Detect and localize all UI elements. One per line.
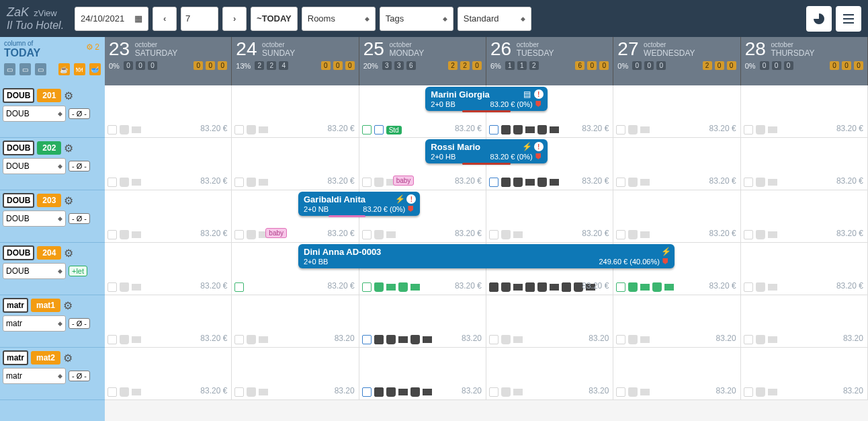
clean-icon[interactable] (756, 125, 765, 135)
clean-icon[interactable] (398, 282, 408, 292)
calendar-cell[interactable]: 83.20 (232, 295, 359, 348)
note-icon[interactable] (744, 387, 753, 397)
calendar-cell[interactable]: 83.20 (232, 348, 359, 400)
calendar-cell[interactable]: 83.20 € (741, 243, 868, 295)
clean-icon[interactable] (756, 335, 765, 344)
clean-icon[interactable] (756, 282, 765, 292)
laundry-icon[interactable] (398, 389, 408, 395)
note-icon[interactable] (107, 178, 117, 187)
laundry-icon[interactable] (640, 389, 650, 395)
note-icon[interactable] (107, 282, 117, 292)
clean-icon[interactable] (410, 387, 420, 397)
laundry-icon[interactable] (640, 126, 650, 133)
clean-icon[interactable] (247, 178, 256, 187)
note-icon[interactable] (744, 335, 753, 344)
rooms-select[interactable]: Rooms◆ (302, 7, 376, 31)
note-icon[interactable] (234, 387, 244, 397)
tags-select[interactable]: Tags◆ (380, 7, 453, 31)
note-icon[interactable] (616, 125, 625, 135)
tool-icon[interactable]: ▭ (35, 63, 46, 75)
tool-icon[interactable]: ☕ (58, 63, 70, 75)
note-icon[interactable] (525, 282, 535, 292)
clean-icon[interactable] (628, 387, 638, 397)
room-type-select[interactable]: DOUB◆ (3, 106, 66, 122)
laundry-icon[interactable] (132, 179, 141, 186)
clean-icon[interactable] (247, 335, 256, 344)
calendar-cell[interactable]: 83.20 (359, 348, 486, 400)
note-icon[interactable] (616, 178, 625, 187)
note-icon[interactable] (744, 230, 753, 239)
stats-button[interactable] (806, 6, 832, 32)
clean-icon[interactable] (501, 282, 511, 292)
laundry-icon[interactable] (525, 126, 535, 133)
note-icon[interactable] (362, 125, 372, 135)
calendar-cell[interactable]: 83.20 (741, 295, 868, 348)
laundry-icon[interactable] (768, 231, 777, 238)
room-number[interactable]: 203 (37, 194, 61, 207)
prev-button[interactable]: ‹ (153, 7, 177, 31)
date-picker[interactable]: 24/10/2021 ▦ (75, 7, 148, 31)
calendar-cell[interactable]: 83.20 (613, 348, 740, 400)
day-header[interactable]: 24 octoberSUNDAY 13% 224 000 (232, 37, 359, 85)
laundry-icon[interactable] (640, 284, 650, 291)
day-header[interactable]: 28 octoberTHURSDAY 0% 000 000 (741, 37, 868, 85)
room-type-select[interactable]: DOUB◆ (3, 210, 66, 227)
laundry-icon[interactable] (768, 389, 777, 395)
calendar-cell[interactable]: 83.20 € (105, 243, 232, 295)
clean-icon[interactable] (756, 230, 765, 239)
note-icon[interactable] (362, 335, 372, 344)
note-icon[interactable] (362, 282, 372, 292)
clean-icon[interactable] (374, 178, 384, 187)
laundry-icon[interactable] (768, 126, 777, 133)
laundry-icon[interactable] (259, 389, 268, 395)
laundry-icon[interactable] (550, 179, 559, 186)
laundry-icon[interactable] (386, 284, 396, 291)
note-icon[interactable] (489, 387, 498, 397)
laundry-icon[interactable] (398, 336, 408, 343)
days-input[interactable] (181, 7, 218, 31)
clean-icon[interactable] (537, 125, 547, 135)
note-icon[interactable] (562, 282, 571, 292)
clean-icon[interactable] (513, 178, 523, 187)
tool-icon[interactable]: ▭ (19, 63, 31, 75)
note-icon[interactable] (489, 282, 498, 292)
calendar-cell[interactable]: 83.20 € (741, 138, 868, 190)
extra-badge[interactable]: - Ø - (69, 371, 90, 381)
tool-icon[interactable]: 🥣 (89, 63, 101, 75)
today-button[interactable]: ~TODAY (251, 7, 298, 31)
clean-icon[interactable] (410, 335, 420, 344)
note-icon[interactable] (234, 335, 244, 344)
clean-icon[interactable] (501, 335, 511, 344)
clean-icon[interactable] (386, 335, 396, 344)
standard-select[interactable]: Standard◆ (458, 7, 531, 31)
extra-badge[interactable]: - Ø - (69, 213, 90, 224)
clean-icon[interactable] (386, 387, 396, 397)
room-number[interactable]: mat2 (31, 351, 60, 365)
calendar-cell[interactable]: 83.20 € (741, 85, 868, 138)
booking[interactable]: ⚡! Rossi Mario 2+0 HB83.20 € (0%) ⛊ (425, 139, 547, 163)
laundry-icon[interactable] (550, 126, 559, 133)
day-header[interactable]: 26 octoberTUESDAY 6% 112 600 (486, 37, 613, 85)
clean-icon[interactable] (537, 282, 547, 292)
clean-icon[interactable] (120, 125, 129, 135)
calendar-cell[interactable]: 83.20 € (741, 190, 868, 243)
clean-icon[interactable] (501, 387, 511, 397)
next-button[interactable]: › (222, 7, 247, 31)
laundry-icon[interactable] (259, 179, 268, 186)
note-icon[interactable] (234, 230, 244, 239)
room-number[interactable]: 201 (37, 89, 61, 102)
calendar-cell[interactable]: 83.20 (613, 295, 740, 348)
laundry-icon[interactable] (132, 126, 141, 133)
note-icon[interactable] (744, 178, 753, 187)
clean-icon[interactable] (120, 335, 129, 344)
laundry-icon[interactable] (386, 231, 396, 238)
laundry-icon[interactable] (259, 336, 268, 343)
clean-icon[interactable] (513, 125, 523, 135)
note-icon[interactable] (489, 125, 498, 135)
note-icon[interactable] (107, 230, 117, 239)
tool-icon[interactable]: 🍽 (74, 63, 85, 75)
room-type-select[interactable]: DOUB◆ (3, 158, 66, 174)
calendar-cell[interactable]: 83.20 € (232, 138, 359, 190)
clean-icon[interactable] (628, 178, 638, 187)
note-icon[interactable] (374, 125, 384, 135)
